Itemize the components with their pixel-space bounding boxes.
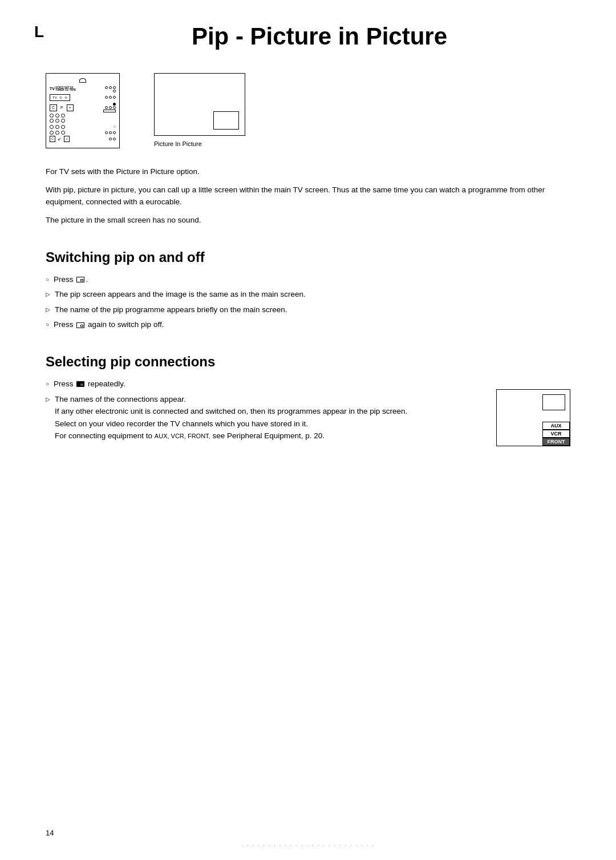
section1-text-2: The pip screen appears and the image is …	[55, 288, 306, 301]
section1-list: ○ Press . ▷ The pip screen appears and t…	[46, 273, 570, 331]
body-text-3: The picture in the small screen has no s…	[46, 214, 570, 227]
pip-diagram-label: Picture In Picture	[154, 140, 202, 147]
vcr-label: VCR	[542, 430, 570, 438]
section1-item-1: ○ Press .	[46, 273, 570, 286]
bullet-2: ○	[46, 320, 49, 329]
connections-box: AUX VCR FRONT	[496, 389, 570, 446]
section1-title: Switching pip on and off	[46, 249, 570, 265]
section2-text-1: Press repeatedly.	[54, 378, 125, 390]
section2-title: Selecting pip connections	[46, 354, 570, 370]
pip-outer-box	[154, 73, 245, 136]
section1-text-3: The name of the pip programme appears br…	[55, 304, 287, 316]
bottom-text: ○ Press repeatedly. ▷ The names of the c…	[46, 378, 473, 445]
section2-item-2: ▷ The names of the connections appear. I…	[46, 393, 473, 442]
section2-list: ○ Press repeatedly. ▷ The names of the c…	[46, 378, 473, 442]
aux-label: AUX	[542, 422, 570, 430]
arrow-1: ▷	[46, 290, 50, 299]
top-section: TV VCR12 SAT LDTUNER CD TAPE TV	[46, 73, 570, 148]
front-label: FRONT	[542, 438, 570, 446]
connections-labels: AUX VCR FRONT	[542, 422, 570, 446]
connections-inner-box	[542, 394, 565, 410]
footer-dots: · · · · · · · · · · · · · · · · · · · · …	[241, 842, 375, 849]
section1-text-4: Press again to switch pip off.	[54, 318, 164, 331]
pip-icon-2	[76, 322, 84, 328]
pip-inner-box	[213, 111, 239, 130]
section1-item-3: ▷ The name of the pip programme appears …	[46, 304, 570, 316]
page-number: 14	[46, 829, 54, 837]
bottom-section: ○ Press repeatedly. ▷ The names of the c…	[46, 378, 570, 446]
section1-item-2: ▷ The pip screen appears and the image i…	[46, 288, 570, 301]
section2-item-1: ○ Press repeatedly.	[46, 378, 473, 390]
pip-icon-1	[76, 277, 84, 282]
corner-mark: L	[34, 23, 44, 41]
arrow-2: ▷	[46, 305, 50, 314]
section1-item-4: ○ Press again to switch pip off.	[46, 318, 570, 331]
arrow-3: ▷	[46, 395, 50, 404]
pip-connections-diagram: AUX VCR FRONT	[496, 389, 570, 446]
body-text-2: With pip, picture in picture, you can ca…	[46, 184, 570, 208]
bullet-3: ○	[46, 379, 49, 389]
section2-text-2: The names of the connections appear. If …	[55, 393, 407, 442]
pip-diagram: Picture In Picture	[154, 73, 245, 147]
body-text-1: For TV sets with the Picture in Picture …	[46, 165, 570, 178]
remote-control-illustration: TV VCR12 SAT LDTUNER CD TAPE TV	[46, 73, 120, 148]
bullet-1: ○	[46, 275, 49, 284]
pip-icon-3	[76, 381, 84, 387]
page-title: Pip - Picture in Picture	[68, 23, 570, 50]
section1-text-1: Press .	[54, 273, 88, 286]
